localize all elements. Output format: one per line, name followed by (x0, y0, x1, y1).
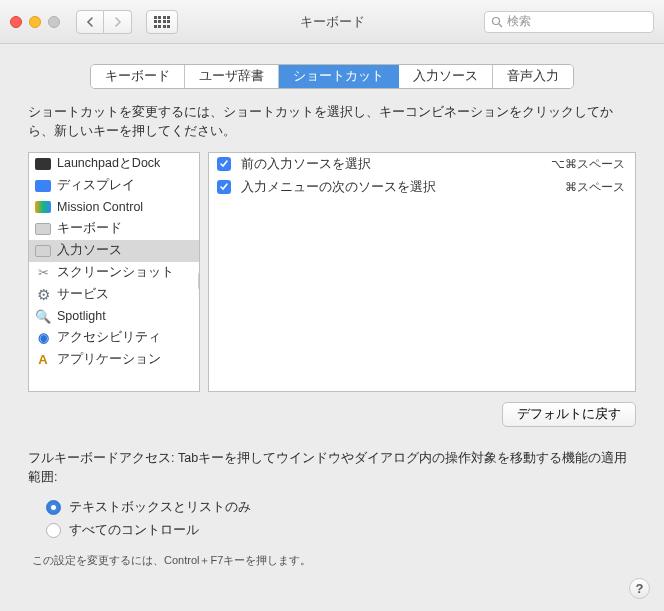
category-label: スクリーンショット (57, 264, 174, 281)
category-label: LaunchpadとDock (57, 155, 160, 172)
category-label: Spotlight (57, 309, 106, 323)
category-icon: ⚙ (35, 287, 51, 303)
category-item[interactable]: Aアプリケーション (29, 349, 199, 371)
category-label: ディスプレイ (57, 177, 135, 194)
category-icon (35, 243, 51, 259)
close-icon[interactable] (10, 16, 22, 28)
svg-point-0 (493, 17, 500, 24)
category-item[interactable]: Mission Control (29, 197, 199, 218)
instruction-text: ショートカットを変更するには、ショートカットを選択し、キーコンビネーションをクリ… (28, 103, 636, 142)
category-icon: ✂︎ (35, 265, 51, 281)
back-button[interactable] (76, 10, 104, 34)
shortcut-keys: ⌥⌘スペース (551, 156, 625, 173)
tab-1[interactable]: ユーザ辞書 (185, 65, 279, 88)
tab-4[interactable]: 音声入力 (493, 65, 573, 88)
category-item[interactable]: ✂︎スクリーンショット (29, 262, 199, 284)
search-placeholder: 検索 (507, 13, 531, 30)
show-all-button[interactable] (146, 10, 178, 34)
category-label: 入力ソース (57, 242, 122, 259)
tabs: キーボードユーザ辞書ショートカット入力ソース音声入力 (90, 64, 574, 89)
tab-3[interactable]: 入力ソース (399, 65, 493, 88)
category-icon (35, 156, 51, 172)
keyboard-access-hint: この設定を変更するには、Control＋F7キーを押します。 (28, 552, 636, 569)
shortcut-label: 入力メニューの次のソースを選択 (241, 179, 555, 196)
checkbox[interactable] (217, 157, 231, 171)
category-item[interactable]: ◉アクセシビリティ (29, 327, 199, 349)
window-title: キーボード (300, 13, 365, 31)
radio-option[interactable]: すべてのコントロール (28, 519, 636, 542)
shortcut-row[interactable]: 入力メニューの次のソースを選択⌘スペース (209, 176, 635, 199)
restore-defaults-button[interactable]: デフォルトに戻す (502, 402, 636, 427)
category-label: サービス (57, 286, 109, 303)
scrollbar[interactable] (198, 272, 200, 290)
category-icon (35, 178, 51, 194)
search-field[interactable]: 検索 (484, 11, 654, 33)
zoom-icon (48, 16, 60, 28)
category-label: アクセシビリティ (57, 329, 161, 346)
category-icon (35, 221, 51, 237)
svg-line-1 (499, 24, 502, 27)
shortcuts-pane: 前の入力ソースを選択⌥⌘スペース入力メニューの次のソースを選択⌘スペース (208, 152, 636, 392)
category-label: キーボード (57, 220, 122, 237)
category-item[interactable]: 入力ソース (29, 240, 199, 262)
category-icon: 🔍 (35, 308, 51, 324)
keyboard-access-label: フルキーボードアクセス: Tabキーを押してウインドウやダイアログ内の操作対象を… (28, 449, 636, 488)
category-item[interactable]: ディスプレイ (29, 175, 199, 197)
category-label: アプリケーション (57, 351, 161, 368)
grid-icon (154, 16, 171, 28)
category-icon: ◉ (35, 330, 51, 346)
radio-label: テキストボックスとリストのみ (69, 498, 251, 517)
category-icon: A (35, 352, 51, 368)
help-button[interactable]: ? (629, 578, 650, 599)
shortcut-row[interactable]: 前の入力ソースを選択⌥⌘スペース (209, 153, 635, 176)
shortcut-label: 前の入力ソースを選択 (241, 156, 541, 173)
category-icon (35, 199, 51, 215)
minimize-icon[interactable] (29, 16, 41, 28)
titlebar: キーボード 検索 (0, 0, 664, 44)
shortcut-keys: ⌘スペース (565, 179, 625, 196)
category-label: Mission Control (57, 200, 143, 214)
radio-icon (46, 500, 61, 515)
radio-option[interactable]: テキストボックスとリストのみ (28, 496, 636, 519)
category-item[interactable]: 🔍Spotlight (29, 306, 199, 327)
radio-label: すべてのコントロール (69, 521, 199, 540)
search-icon (491, 16, 503, 28)
category-item[interactable]: LaunchpadとDock (29, 153, 199, 175)
nav-buttons (76, 10, 132, 34)
categories-pane: LaunchpadとDockディスプレイMission Controlキーボード… (28, 152, 200, 392)
category-item[interactable]: キーボード (29, 218, 199, 240)
tab-0[interactable]: キーボード (91, 65, 185, 88)
radio-icon (46, 523, 61, 538)
forward-button[interactable] (104, 10, 132, 34)
window-controls (10, 16, 60, 28)
checkbox[interactable] (217, 180, 231, 194)
category-item[interactable]: ⚙サービス (29, 284, 199, 306)
tab-2[interactable]: ショートカット (279, 65, 399, 88)
